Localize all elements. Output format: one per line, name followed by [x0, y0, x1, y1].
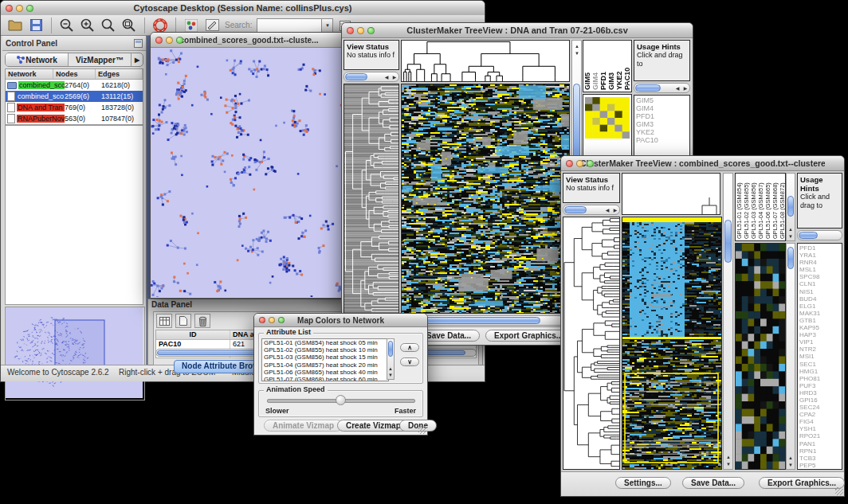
zoom-window-icon[interactable]: [587, 160, 594, 167]
row-dendrogram[interactable]: [344, 84, 399, 314]
network-row[interactable]: RNAPuberNov2+! 563(0) 107847(0): [6, 113, 143, 124]
minimize-icon[interactable]: [269, 317, 275, 323]
speed-slider-thumb[interactable]: [336, 395, 346, 405]
search-input[interactable]: [257, 18, 322, 33]
gene-label[interactable]: RPN1: [799, 447, 840, 455]
tab-overflow-icon[interactable]: ▶: [132, 53, 143, 66]
gene-label[interactable]: FIG4: [799, 418, 840, 425]
save-data-button[interactable]: Save Data...: [682, 477, 744, 489]
gene-label[interactable]: PHO81: [799, 375, 840, 382]
cluster-correlation-matrix[interactable]: [585, 97, 630, 139]
scroll-right-icon[interactable]: ▶: [681, 86, 689, 92]
scroll-right-icon[interactable]: ▶: [611, 208, 619, 213]
zoom-out-button[interactable]: [59, 18, 75, 33]
scroll-left-icon[interactable]: ◀: [673, 86, 681, 92]
close-icon[interactable]: [259, 317, 265, 323]
zoom-window-icon[interactable]: [26, 5, 33, 12]
select-attributes-button[interactable]: [156, 314, 172, 328]
tab-vizmapper[interactable]: VizMapper™: [69, 53, 132, 66]
zoom-selected-button[interactable]: [100, 18, 116, 33]
column-label[interactable]: GPL51-06 (GSM865): [764, 174, 771, 240]
treeview1-titlebar[interactable]: ClusterMaker TreeView : DNA and Tran 07-…: [342, 23, 693, 38]
gene-label[interactable]: PFD1: [636, 112, 688, 120]
usage-hints-hscrollbar[interactable]: ◀ ▶: [634, 83, 690, 93]
gene-label[interactable]: GTB1: [799, 317, 840, 324]
view-status-hscrollbar[interactable]: ◀ ▶: [563, 205, 620, 215]
zoom-window-icon[interactable]: [176, 37, 183, 44]
scroll-down-icon[interactable]: ▼: [387, 373, 395, 378]
attribute-list-item[interactable]: GPL51-04 (GSM857) heat shock 20 min: [264, 361, 388, 369]
gene-label[interactable]: MON2: [799, 469, 840, 470]
scroll-down-icon[interactable]: ▼: [787, 463, 795, 468]
column-label[interactable]: GPL51-01 (GSM854): [736, 174, 743, 240]
attribute-list[interactable]: GPL51-01 (GSM854) heat shock 05 minGPL51…: [261, 338, 389, 381]
column-label[interactable]: PFD1: [599, 41, 607, 92]
column-label[interactable]: GPL51-02 (GSM855): [743, 174, 750, 240]
close-icon[interactable]: [566, 160, 573, 167]
dialog-titlebar[interactable]: Map Colors to Network: [254, 314, 427, 327]
gene-label[interactable]: YKE2: [636, 128, 688, 136]
gene-label[interactable]: HMG1: [799, 368, 840, 375]
float-panel-icon[interactable]: [134, 39, 143, 48]
column-label[interactable]: GPL51-04 (GSM857): [757, 174, 764, 240]
col-network[interactable]: Network: [6, 69, 53, 79]
export-graphics-button[interactable]: Export Graphics...: [485, 330, 571, 342]
attribute-list-item[interactable]: GPL51-07 (GSM868) heat shock 60 min: [264, 376, 388, 381]
gene-label[interactable]: NTR2: [799, 346, 840, 353]
gene-label[interactable]: HAP3: [799, 331, 840, 338]
gene-label[interactable]: SPC98: [799, 273, 840, 280]
gene-label[interactable]: RPO21: [799, 432, 840, 440]
treeview2-titlebar[interactable]: ClusterMaker TreeView : combined_scores_…: [561, 156, 844, 171]
gene-label[interactable]: KAP95: [799, 324, 840, 331]
close-icon[interactable]: [6, 5, 13, 12]
column-label[interactable]: GPL51-08 (GSM872): [779, 174, 786, 240]
attribute-list-item[interactable]: GPL51-01 (GSM854) heat shock 05 min: [264, 339, 388, 346]
gene-label[interactable]: CLN1: [799, 280, 840, 287]
scroll-right-icon[interactable]: ▶: [391, 75, 398, 80]
scroll-up-icon[interactable]: ▲: [787, 455, 795, 461]
scroll-up-icon[interactable]: ▲: [387, 366, 395, 372]
column-label[interactable]: GIM3: [607, 41, 615, 92]
gene-label[interactable]: ELG1: [799, 303, 840, 310]
zoom-vscrollbar[interactable]: ▲ ▼: [786, 243, 795, 470]
scroll-up-icon[interactable]: ▲: [724, 455, 732, 460]
attribute-list-vscrollbar[interactable]: ▲ ▼: [387, 338, 395, 380]
gene-label[interactable]: YRA1: [799, 252, 840, 259]
gene-label[interactable]: GIM4: [636, 104, 688, 112]
resize-grip[interactable]: [835, 487, 843, 495]
zoom-window-icon[interactable]: [367, 27, 375, 34]
move-down-button[interactable]: ∨: [400, 357, 419, 366]
column-labels-vscrollbar[interactable]: ▲ ▼: [786, 173, 795, 241]
main-titlebar[interactable]: Cytoscape Desktop (Session Name: collins…: [1, 1, 485, 16]
heatmap[interactable]: [401, 84, 570, 314]
help-icon[interactable]: [152, 18, 168, 33]
minimize-icon[interactable]: [576, 160, 583, 167]
gene-label[interactable]: RNR4: [799, 259, 840, 266]
network-scatter-view[interactable]: [151, 48, 346, 297]
new-attribute-button[interactable]: [175, 314, 191, 328]
gene-label[interactable]: GIM5: [636, 96, 688, 104]
minimize-icon[interactable]: [357, 27, 364, 34]
column-label[interactable]: PAC10: [623, 41, 631, 92]
column-label[interactable]: GIM4: [591, 41, 599, 92]
minimize-icon[interactable]: [16, 5, 23, 12]
chevron-down-icon[interactable]: ▼: [322, 18, 333, 33]
gene-label[interactable]: PAC10: [636, 136, 688, 144]
attribute-list-item[interactable]: GPL51-06 (GSM865) heat shock 40 min: [264, 369, 388, 376]
attribute-list-item[interactable]: GPL51-02 (GSM855) heat shock 10 min: [264, 346, 388, 354]
gene-label[interactable]: HRD3: [799, 389, 840, 397]
col-nodes[interactable]: Nodes: [53, 69, 96, 79]
gene-label[interactable]: GIM3: [636, 120, 688, 128]
tab-network[interactable]: Network: [6, 53, 69, 66]
view-status-hscrollbar[interactable]: ◀ ▶: [344, 72, 399, 82]
gene-label[interactable]: BUD4: [799, 295, 840, 303]
close-icon[interactable]: [155, 37, 163, 44]
annotation-icon[interactable]: [204, 18, 220, 33]
resize-grip[interactable]: [418, 426, 426, 434]
gene-label[interactable]: VIP1: [799, 338, 840, 346]
birdseye-view[interactable]: [5, 307, 145, 400]
vizmapper-icon[interactable]: [183, 18, 199, 33]
zoom-heatmap[interactable]: [735, 243, 786, 470]
gene-label[interactable]: NIS1: [799, 288, 840, 295]
move-up-button[interactable]: ∧: [400, 343, 419, 352]
